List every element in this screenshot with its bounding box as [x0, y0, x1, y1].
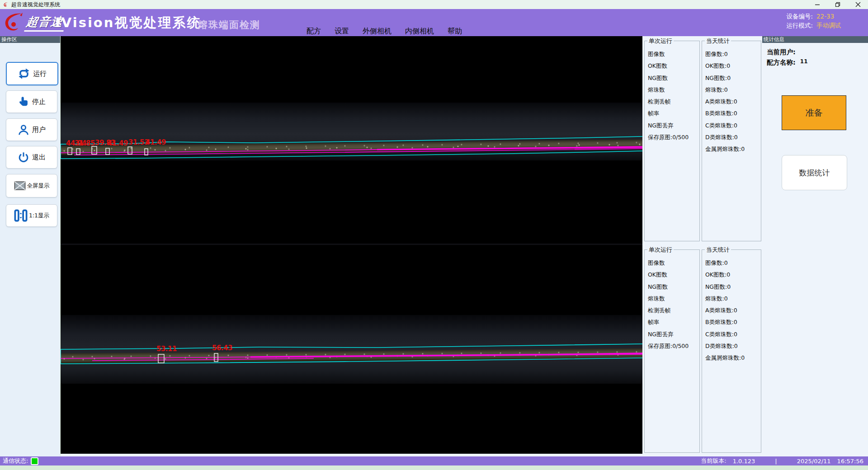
- stat-row: B类熔珠数:0: [705, 108, 761, 119]
- close-button[interactable]: [848, 0, 868, 9]
- outer-daily-groupbox: 当天统计 图像数:0 OK图数:0 NG图数:0 熔珠数:0 A类熔珠数:0 B…: [702, 41, 761, 241]
- ready-button[interactable]: 准备: [782, 95, 846, 130]
- run-cycle-icon: [18, 67, 30, 80]
- hand-click-icon: [18, 96, 29, 108]
- stat-row: 保存原图:0/500: [648, 132, 699, 143]
- inner-camera-view[interactable]: 53.11 56.43: [61, 245, 642, 454]
- stat-row: 金属屑熔珠数:0: [705, 143, 761, 155]
- menu-settings[interactable]: 设置: [335, 27, 349, 36]
- stat-row: D类熔珠数:0: [705, 132, 761, 143]
- version-value: 1.0.123: [733, 458, 755, 465]
- stat-row: 图像数: [648, 257, 699, 269]
- fullscreen-button[interactable]: 全屏显示: [6, 174, 57, 197]
- stat-row: NG图数: [648, 281, 699, 293]
- stat-row: 检测丢帧: [648, 96, 699, 108]
- app-subtitle: 熔珠端面检测: [198, 19, 260, 31]
- restore-button[interactable]: [827, 0, 848, 9]
- stat-row: A类熔珠数:0: [705, 305, 761, 316]
- groupbox-title: 当天统计: [705, 246, 731, 254]
- separator: |: [775, 458, 777, 465]
- stat-row: 图像数: [648, 48, 699, 60]
- menu-inner-camera[interactable]: 内侧相机: [405, 27, 434, 36]
- comm-status-label: 通信状态:: [3, 457, 28, 465]
- stat-row: 熔珠数: [648, 293, 699, 305]
- info-panel-title: 统计信息: [762, 36, 868, 43]
- current-date: 2025/02/11: [797, 458, 831, 465]
- comm-status-led: [31, 457, 38, 465]
- measurement-label: 56.43: [212, 344, 232, 352]
- outer-camera-view[interactable]: 44.94 31.85 39.83 41.49 31.53 41.49: [61, 36, 642, 244]
- exit-button-label: 退出: [32, 153, 46, 162]
- title-bar: 超音速视觉处理系统: [0, 0, 868, 9]
- operation-sidebar: 操作区 运行 停止 用户: [0, 36, 60, 456]
- fullscreen-button-label: 全屏显示: [27, 182, 50, 190]
- user-icon: [18, 124, 29, 136]
- window-title: 超音速视觉处理系统: [11, 1, 60, 9]
- stat-row: 图像数:0: [705, 48, 761, 60]
- recipe-name-label: 配方名称:: [767, 59, 796, 66]
- outer-stats-section: 单次运行 图像数 OK图数 NG图数 熔珠数 检测丢帧 帧率 NG图丢弃 保存原…: [642, 36, 762, 244]
- stat-row: A类熔珠数:0: [705, 96, 761, 108]
- one-to-one-icon: [14, 209, 28, 222]
- stat-row: 熔珠数:0: [705, 84, 761, 96]
- menu-recipe[interactable]: 配方: [307, 27, 321, 36]
- app-window: 超音速视觉处理系统 超音速 IVisi: [0, 0, 868, 470]
- stat-row: OK图数: [648, 60, 699, 72]
- groupbox-title: 单次运行: [647, 246, 674, 254]
- data-statistics-button[interactable]: 数据统计: [782, 155, 847, 190]
- desktop-strip: [0, 465, 868, 470]
- run-button-label: 运行: [33, 70, 47, 78]
- current-user-label: 当前用户:: [767, 48, 796, 56]
- stat-row: B类熔珠数:0: [705, 316, 761, 328]
- user-button-label: 用户: [32, 126, 46, 134]
- stat-row: NG图丢弃: [648, 329, 699, 340]
- main-menu: 配方 设置 外侧相机 内侧相机 帮助: [307, 9, 462, 40]
- stat-row: NG图丢弃: [648, 120, 699, 132]
- brand-swoosh-icon: [2, 11, 25, 34]
- menu-outer-camera[interactable]: 外侧相机: [363, 27, 392, 36]
- measurement-label: 53.11: [156, 345, 177, 353]
- run-button[interactable]: 运行: [6, 62, 58, 85]
- stat-row: C类熔珠数:0: [705, 120, 761, 132]
- stat-row: 检测丢帧: [648, 305, 699, 316]
- comm-status: 通信状态:: [3, 457, 38, 465]
- statistics-info-panel: 统计信息 当前用户: 配方名称:11 准备 数据统计: [762, 36, 868, 456]
- stat-row: 帧率: [648, 316, 699, 328]
- power-icon: [18, 151, 29, 163]
- run-mode-label: 运行模式:: [786, 22, 813, 29]
- inner-single-run-groupbox: 单次运行 图像数 OK图数 NG图数 熔珠数 检测丢帧 帧率 NG图丢弃 保存原…: [644, 249, 700, 453]
- status-bar: 通信状态: 当前版本: 1.0.123 | 2025/02/11 16:57:5…: [0, 456, 868, 465]
- sidebar-title: 操作区: [0, 36, 60, 43]
- inner-detection-overlay: [61, 245, 642, 454]
- stop-button[interactable]: 停止: [6, 90, 57, 113]
- measurement-label: 41.49: [146, 138, 166, 146]
- stop-button-label: 停止: [32, 98, 46, 106]
- stat-row: 保存原图:0/500: [648, 340, 699, 352]
- measurement-label: 41.49: [108, 139, 128, 147]
- inner-daily-groupbox: 当天统计 图像数:0 OK图数:0 NG图数:0 熔珠数:0 A类熔珠数:0 B…: [702, 249, 761, 453]
- groupbox-title: 单次运行: [647, 37, 674, 45]
- stat-row: NG图数:0: [705, 281, 761, 293]
- minimize-button[interactable]: [807, 0, 827, 9]
- version-label: 当前版本:: [701, 457, 726, 465]
- recipe-name-value: 11: [800, 58, 808, 65]
- camera-view-area: 44.94 31.85 39.83 41.49 31.53 41.49 53.1…: [61, 36, 642, 456]
- statistics-panels: 单次运行 图像数 OK图数 NG图数 熔珠数 检测丢帧 帧率 NG图丢弃 保存原…: [642, 36, 762, 456]
- user-button[interactable]: 用户: [6, 118, 57, 141]
- one-to-one-button[interactable]: 1:1显示: [6, 204, 57, 227]
- exit-button[interactable]: 退出: [6, 146, 57, 169]
- current-user-row: 当前用户:: [767, 48, 796, 56]
- app-header: 超音速 IVision视觉处理系统 熔珠端面检测 配方 设置 外侧相机 内侧相机…: [0, 9, 868, 36]
- stat-row: 熔珠数: [648, 84, 699, 96]
- stat-row: NG图数: [648, 72, 699, 84]
- stat-row: OK图数:0: [705, 60, 761, 72]
- header-device-info: 设备编号:22-33 运行模式:手动调试: [786, 12, 841, 30]
- measurement-label: 31.85: [75, 139, 95, 147]
- recipe-name-row: 配方名称:11: [767, 58, 808, 67]
- one-to-one-button-label: 1:1显示: [29, 212, 49, 220]
- inner-stats-section: 单次运行 图像数 OK图数 NG图数 熔珠数 检测丢帧 帧率 NG图丢弃 保存原…: [642, 245, 762, 454]
- stat-row: 图像数:0: [705, 257, 761, 269]
- device-id-value: 22-33: [816, 13, 834, 20]
- stat-row: C类熔珠数:0: [705, 329, 761, 340]
- menu-help[interactable]: 帮助: [448, 27, 462, 36]
